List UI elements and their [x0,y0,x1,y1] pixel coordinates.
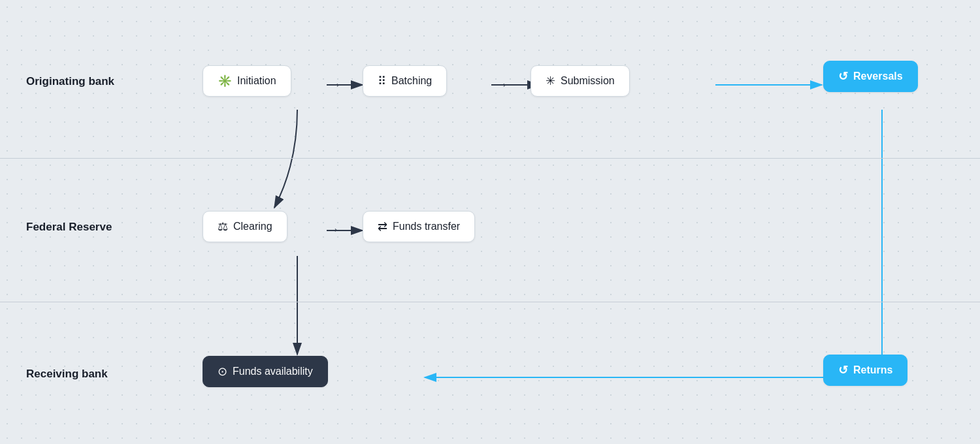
node-funds-transfer[interactable]: ⇄ Funds transfer [363,211,475,242]
clearing-icon: ⚖ [218,221,228,232]
arrow-clearing-funds-transfer: → [327,222,340,237]
submission-icon: ✳ [546,75,555,87]
node-initiation[interactable]: ✳️ Initiation [203,65,291,97]
node-submission[interactable]: ✳ Submission [531,65,630,97]
divider-2 [0,302,980,302]
reversals-icon: ↺ [838,71,848,82]
node-batching[interactable]: ⠿ Batching [363,65,447,97]
returns-icon: ↺ [838,364,848,376]
node-reversals[interactable]: ↺ Reversals [823,61,918,92]
batching-icon: ⠿ [378,75,386,87]
lane-label-federal: Federal Reserve [0,221,183,234]
lane-label-receiving: Receiving bank [0,368,183,381]
funds-availability-icon: ⊙ [218,366,227,377]
lane-label-originating: Originating bank [0,75,183,88]
node-funds-availability[interactable]: ⊙ Funds availability [203,356,328,387]
node-returns[interactable]: ↺ Returns [823,355,907,386]
initiation-icon: ✳️ [218,75,232,87]
arrow-batching-submission: → [495,77,508,92]
funds-transfer-icon: ⇄ [378,221,387,232]
divider-1 [0,158,980,159]
node-clearing[interactable]: ⚖ Clearing [203,211,287,242]
arrow-initiation-batching: → [329,77,342,92]
diagram: Originating bank Federal Reserve Receivi… [0,0,980,444]
